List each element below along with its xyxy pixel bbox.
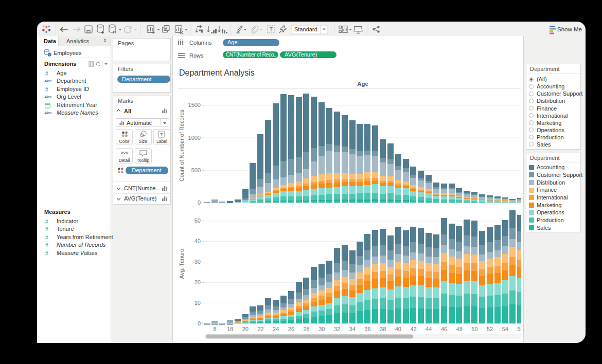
svg-text:24: 24 — [273, 326, 279, 332]
svg-text:50: 50 — [471, 326, 477, 332]
svg-text:40: 40 — [395, 326, 401, 332]
svg-text:46: 46 — [441, 326, 447, 332]
svg-text:500: 500 — [191, 167, 201, 173]
svg-text:Age: Age — [357, 81, 368, 87]
svg-text:30: 30 — [318, 326, 325, 332]
svg-text:20: 20 — [194, 279, 201, 285]
svg-text:54: 54 — [502, 326, 508, 332]
svg-text:48: 48 — [456, 326, 463, 332]
svg-text:42: 42 — [410, 326, 416, 332]
svg-text:36: 36 — [364, 326, 370, 332]
svg-text:32: 32 — [334, 326, 340, 332]
svg-text:10: 10 — [194, 300, 201, 306]
svg-text:0: 0 — [198, 199, 201, 206]
svg-text:T: T — [160, 132, 163, 137]
svg-text:0: 0 — [198, 320, 201, 326]
svg-text:38: 38 — [380, 326, 386, 332]
svg-text:Count of Number of Records: Count of Number of Records — [179, 109, 185, 181]
svg-text:18: 18 — [227, 326, 233, 332]
svg-text:Standard: Standard — [294, 26, 317, 32]
svg-text:Show Me: Show Me — [557, 26, 582, 32]
svg-text:40: 40 — [194, 238, 201, 244]
svg-text:8: 8 — [213, 326, 216, 332]
svg-text:22: 22 — [257, 326, 263, 332]
svg-text:1000: 1000 — [188, 135, 201, 141]
svg-text:52: 52 — [487, 326, 493, 332]
svg-text:30: 30 — [194, 259, 201, 265]
svg-text:1500: 1500 — [188, 102, 201, 108]
svg-text:50: 50 — [194, 217, 201, 224]
svg-text:Avg. Tenure: Avg. Tenure — [179, 249, 185, 279]
svg-text:20: 20 — [242, 326, 249, 332]
svg-text:T: T — [270, 26, 273, 32]
svg-text:26: 26 — [288, 326, 294, 332]
svg-text:44: 44 — [426, 326, 432, 332]
svg-text:28: 28 — [303, 326, 309, 332]
svg-text:34: 34 — [349, 326, 356, 332]
